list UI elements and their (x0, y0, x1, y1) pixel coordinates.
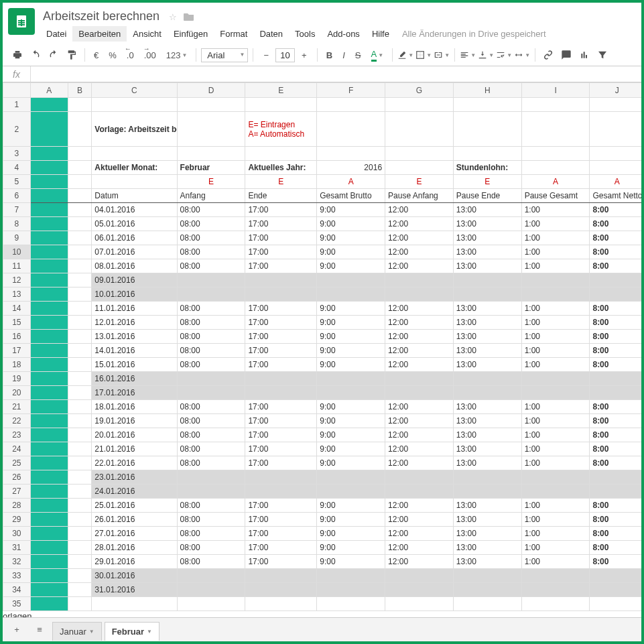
cell[interactable]: 17:00 (245, 245, 317, 259)
cell[interactable]: 06.01.2016 (92, 231, 177, 245)
cell[interactable] (245, 287, 317, 302)
cell[interactable] (177, 386, 245, 400)
cell[interactable] (30, 189, 68, 203)
cell[interactable]: 17:00 (245, 358, 317, 372)
percent-button[interactable]: % (105, 47, 121, 63)
cell[interactable]: 12:00 (385, 414, 454, 428)
cell[interactable]: 12:00 (385, 456, 454, 470)
cell[interactable]: 9:00 (317, 358, 385, 372)
row-head-27[interactable]: 27 (3, 485, 31, 499)
cell[interactable] (590, 583, 641, 597)
cell[interactable] (453, 597, 521, 611)
cell[interactable] (30, 499, 68, 513)
cell[interactable]: 10.01.2016 (92, 287, 177, 302)
cell[interactable] (30, 302, 68, 316)
cell[interactable] (177, 147, 245, 161)
cell[interactable]: 20.01.2016 (92, 428, 177, 442)
valign-button[interactable]: ▼ (478, 47, 494, 63)
cell[interactable]: 1:00 (521, 302, 590, 316)
cell[interactable] (521, 583, 590, 597)
cell[interactable]: 13:00 (453, 203, 521, 217)
cell[interactable]: 29.01.2016 (92, 555, 177, 569)
cell[interactable]: 12.01.2016 (92, 316, 177, 330)
cell[interactable] (245, 597, 317, 611)
row-head-5[interactable]: 5 (3, 175, 31, 189)
cell[interactable]: 08:00 (177, 513, 245, 527)
col-head-B[interactable]: B (68, 83, 92, 98)
row-head-12[interactable]: 12 (3, 273, 31, 287)
add-sheet-button[interactable]: + (7, 621, 27, 639)
col-head-I[interactable]: I (521, 83, 590, 98)
cell[interactable] (521, 470, 590, 485)
cell[interactable]: 1:00 (521, 513, 590, 527)
menu-datei[interactable]: Datei (40, 26, 72, 42)
cell[interactable] (30, 287, 68, 302)
cell[interactable] (68, 485, 92, 499)
row-head-31[interactable]: 31 (3, 541, 31, 555)
cell[interactable]: 12:00 (385, 217, 454, 231)
cell[interactable] (317, 569, 385, 583)
cell[interactable] (92, 147, 177, 161)
cell[interactable]: 08:00 (177, 414, 245, 428)
cell[interactable]: 8:00 (590, 203, 641, 217)
borders-button[interactable]: ▼ (415, 47, 432, 63)
cell[interactable] (245, 386, 317, 400)
row-head-14[interactable]: 14 (3, 302, 31, 316)
cell[interactable]: A (521, 175, 590, 189)
cell[interactable]: 13:00 (453, 400, 521, 414)
cell[interactable]: 22.01.2016 (92, 456, 177, 470)
cell[interactable]: 8:00 (590, 442, 641, 456)
cell[interactable]: 26.01.2016 (92, 513, 177, 527)
cell[interactable]: 17:00 (245, 456, 317, 470)
cell[interactable] (245, 147, 317, 161)
cell[interactable] (245, 583, 317, 597)
cell[interactable]: 08:00 (177, 428, 245, 442)
cell[interactable]: Ende (245, 189, 317, 203)
cell[interactable] (590, 112, 641, 147)
cell[interactable]: 8:00 (590, 330, 641, 344)
cell[interactable] (177, 569, 245, 583)
cell[interactable]: 9:00 (317, 259, 385, 273)
spreadsheet-grid[interactable]: ABCDEFGHIJ 12Vorlage: Arbeitszeit berech… (3, 82, 641, 617)
cell[interactable] (68, 597, 92, 611)
cell[interactable]: 12:00 (385, 499, 454, 513)
cell[interactable]: 13:00 (453, 513, 521, 527)
decrease-decimal-button[interactable]: ←.0 (123, 47, 138, 63)
cell[interactable]: 13:00 (453, 442, 521, 456)
cell[interactable] (68, 499, 92, 513)
cell[interactable] (385, 147, 454, 161)
cell[interactable]: Aktueller Monat: (92, 161, 177, 175)
cell[interactable] (521, 485, 590, 499)
cell[interactable] (590, 597, 641, 611)
cell[interactable] (317, 273, 385, 287)
cell[interactable]: 13:00 (453, 259, 521, 273)
cell[interactable]: 17:00 (245, 344, 317, 358)
cell[interactable]: 13:00 (453, 541, 521, 555)
cell[interactable]: 25.01.2016 (92, 499, 177, 513)
cell[interactable]: 12:00 (385, 316, 454, 330)
cell[interactable]: 08:00 (177, 400, 245, 414)
cell[interactable] (453, 287, 521, 302)
cell[interactable]: 08:00 (177, 316, 245, 330)
cell[interactable] (453, 98, 521, 112)
cell[interactable]: 08:00 (177, 527, 245, 541)
cell[interactable]: 12:00 (385, 302, 454, 316)
cell[interactable] (30, 175, 68, 189)
cell[interactable]: 12:00 (385, 428, 454, 442)
cell[interactable] (177, 273, 245, 287)
cell[interactable] (590, 147, 641, 161)
cell[interactable]: Datum (92, 189, 177, 203)
cell[interactable]: 9:00 (317, 456, 385, 470)
cell[interactable] (68, 470, 92, 485)
menu-tools[interactable]: Tools (289, 26, 321, 42)
cell[interactable]: 17:00 (245, 428, 317, 442)
cell[interactable]: 30.01.2016 (92, 569, 177, 583)
increase-decimal-button[interactable]: →.00 (140, 47, 160, 63)
cell[interactable] (68, 259, 92, 273)
cell[interactable]: 08:00 (177, 456, 245, 470)
cell[interactable]: 17:00 (245, 302, 317, 316)
cell[interactable]: 9:00 (317, 555, 385, 569)
cell[interactable]: 08:00 (177, 217, 245, 231)
cell[interactable]: Pause Anfang (385, 189, 454, 203)
undo-icon[interactable] (27, 47, 44, 63)
